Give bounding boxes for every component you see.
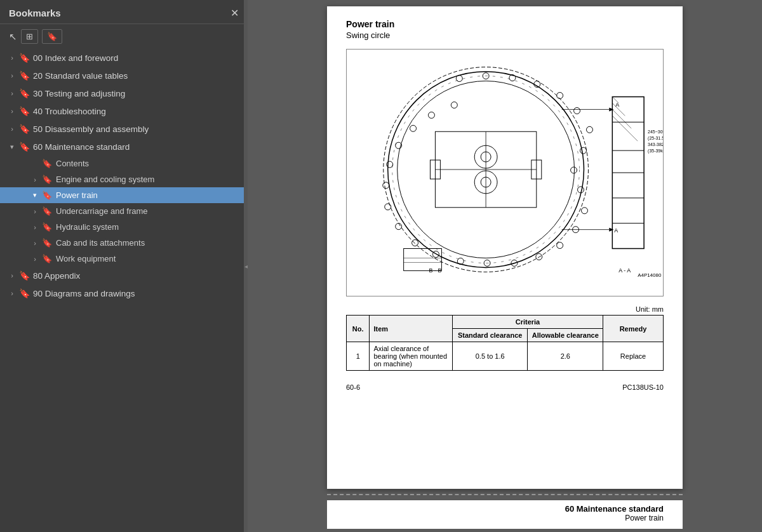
bookmark-icon: 🔖 [18, 70, 30, 81]
chevron-icon [6, 107, 18, 115]
sidebar-item-30[interactable]: 🔖 30 Testing and adjusting [0, 84, 248, 102]
sidebar-item-label: Undercarriage and frame [56, 206, 148, 216]
table-cell-item: Axial clearance of bearing (when mounted… [370, 342, 452, 371]
bookmark-button[interactable]: 🔖 [42, 29, 62, 44]
table-cell-remedy: Replace [603, 342, 664, 371]
bookmark-icon: 🔖 [18, 88, 30, 98]
sidebar-item-90[interactable]: 🔖 90 Diagrams and drawings [0, 284, 248, 302]
svg-text:245~309Nm: 245~309Nm [648, 130, 663, 134]
sidebar-item-40[interactable]: 🔖 40 Troubleshooting [0, 102, 248, 120]
close-button[interactable]: ✕ [231, 8, 239, 18]
page-number: 60-6 [346, 383, 360, 391]
sidebar-item-undercarriage[interactable]: 🔖 Undercarriage and frame [0, 203, 248, 219]
chevron-icon [6, 54, 18, 62]
bottom-section-title: 60 Maintenance standard [346, 504, 664, 514]
bookmark-icon: 🔖 [41, 206, 53, 216]
sidebar-item-workequip[interactable]: 🔖 Work equipment [0, 251, 248, 267]
bookmark-icon: 🔖 [18, 270, 30, 281]
sidebar-item-engine[interactable]: 🔖 Engine and cooling system [0, 171, 248, 187]
bookmark-icon: 🔖 [41, 254, 53, 263]
sidebar-item-label: Cab and its attachments [56, 238, 145, 248]
page-container[interactable]: Power train Swing circle [248, 0, 762, 532]
chevron-icon [6, 125, 18, 133]
sidebar-item-label: 00 Index and foreword [33, 53, 243, 63]
bookmark-icon: 🔖 [41, 159, 53, 168]
bookmark-icon: 🔖 [41, 190, 53, 200]
sidebar-item-00[interactable]: 🔖 00 Index and foreword [0, 49, 248, 67]
svg-text:(25-31.5km): (25-31.5km) [648, 136, 663, 141]
bookmarks-list: 🔖 00 Index and foreword 🔖 20 Standard va… [0, 49, 248, 532]
svg-text:343-382Nm: 343-382Nm [648, 142, 663, 147]
pdf-page: Power train Swing circle [327, 6, 683, 489]
expand-all-button[interactable]: ⊞ [21, 29, 38, 44]
svg-text:(35-39km): (35-39km) [648, 149, 663, 154]
sidebar-item-label: Work equipment [56, 254, 116, 263]
table-header-item: Item [370, 316, 452, 342]
page-footer: 60-6 PC138US-10 [346, 383, 664, 391]
swing-circle-diagram: A A B - B A - A 245~309Nm (25-31.5k [347, 50, 663, 296]
table-row: 1 Axial clearance of bearing (when mount… [347, 342, 664, 371]
chevron-icon [6, 90, 18, 97]
chevron-icon [29, 208, 41, 215]
bookmark-icon: 🔖 [18, 124, 30, 134]
sidebar-item-50[interactable]: 🔖 50 Disassembly and assembly [0, 120, 248, 138]
sidebar-item-label: 80 Appendix [33, 271, 243, 281]
bottom-subsection-title: Power train [346, 514, 664, 522]
bookmark-icon: 🔖 [18, 106, 30, 116]
sidebar-children-60: 🔖 Contents 🔖 Engine and cooling system 🔖… [0, 156, 248, 267]
table-header-criteria: Criteria [452, 316, 603, 329]
chevron-icon [29, 176, 41, 183]
sidebar-header: Bookmarks ✕ [0, 0, 248, 24]
sidebar-title: Bookmarks [9, 8, 61, 18]
sidebar-item-cab[interactable]: 🔖 Cab and its attachments [0, 235, 248, 251]
chevron-icon [29, 223, 41, 231]
chevron-icon [6, 72, 18, 79]
table-header-standard: Standard clearance [452, 329, 528, 342]
page-separator [327, 494, 683, 495]
sidebar-item-80[interactable]: 🔖 80 Appendix [0, 267, 248, 284]
unit-label: Unit: mm [346, 305, 664, 313]
sidebar-item-20[interactable]: 🔖 20 Standard value tables [0, 67, 248, 84]
data-table: No. Item Criteria Remedy Standard cleara… [346, 315, 664, 371]
svg-text:A - A: A - A [618, 267, 631, 274]
svg-text:A: A [614, 227, 618, 234]
sidebar-item-label: 60 Maintenance standard [33, 142, 243, 152]
sidebar-item-contents[interactable]: 🔖 Contents [0, 156, 248, 171]
page-header-subtitle: Swing circle [346, 30, 664, 40]
bookmark-icon: 🔖 [18, 288, 30, 298]
chevron-icon [6, 272, 18, 279]
sidebar-item-label: Power train [56, 190, 98, 200]
sidebar-item-label: 40 Troubleshooting [33, 107, 243, 116]
svg-text:A: A [615, 102, 619, 108]
sidebar-item-hydraulic[interactable]: 🔖 Hydraulic system [0, 219, 248, 235]
sidebar-item-label: Hydraulic system [56, 222, 119, 232]
table-cell-allowable: 2.6 [528, 342, 603, 371]
table-header-remedy: Remedy [603, 316, 664, 342]
chevron-icon [29, 191, 41, 199]
bookmark-icon: 🔖 [18, 53, 30, 63]
diagram-area: A A B - B A - A 245~309Nm (25-31.5k [346, 49, 664, 296]
chevron-icon [6, 289, 18, 297]
bookmarks-sidebar: Bookmarks ✕ ↖ ⊞ 🔖 🔖 00 Index and forewor… [0, 0, 248, 532]
sidebar-item-label: 90 Diagrams and drawings [33, 289, 243, 298]
table-cell-no: 1 [347, 342, 370, 371]
sidebar-item-label: 50 Disassembly and assembly [33, 124, 243, 134]
bookmark-icon: 🔖 [18, 142, 30, 152]
sidebar-item-powertrain[interactable]: 🔖 Power train [0, 187, 248, 203]
page-header-title: Power train [346, 19, 664, 29]
sidebar-item-60[interactable]: 🔖 60 Maintenance standard [0, 138, 248, 156]
svg-text:A4P14080: A4P14080 [638, 272, 662, 278]
chevron-icon [6, 143, 18, 151]
sidebar-item-label: 30 Testing and adjusting [33, 89, 243, 98]
chevron-icon [29, 255, 41, 263]
table-cell-standard: 0.5 to 1.6 [452, 342, 528, 371]
table-header-allowable: Allowable clearance [528, 329, 603, 342]
bookmark-icon: 🔖 [41, 175, 53, 184]
sidebar-item-label: Contents [56, 159, 89, 168]
resize-handle[interactable] [244, 0, 248, 532]
bookmark-icon: 🔖 [41, 222, 53, 232]
cursor-icon: ↖ [9, 31, 17, 43]
table-header-no: No. [347, 316, 370, 342]
chevron-icon [29, 239, 41, 247]
bookmark-icon: 🔖 [41, 238, 53, 248]
